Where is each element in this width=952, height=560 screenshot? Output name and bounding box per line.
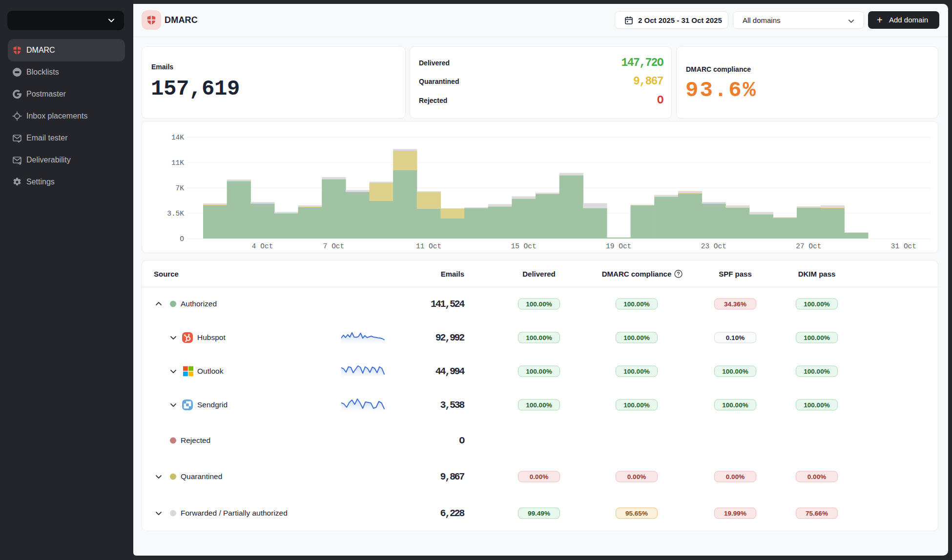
svg-text:19 Oct: 19 Oct (606, 242, 631, 250)
svg-text:11K: 11K (171, 159, 184, 167)
svg-text:7 Oct: 7 Oct (323, 242, 345, 250)
svg-text:3.5K: 3.5K (167, 210, 184, 218)
svg-text:14K: 14K (171, 134, 184, 141)
svg-text:O: O (180, 235, 184, 243)
svg-text:11 Oct: 11 Oct (416, 242, 441, 250)
svg-text:4 Oct: 4 Oct (252, 242, 273, 250)
svg-text:27 Oct: 27 Oct (796, 242, 821, 250)
svg-text:23 Oct: 23 Oct (701, 242, 726, 250)
svg-text:31 Oct: 31 Oct (891, 242, 916, 250)
svg-text:15 Oct: 15 Oct (511, 242, 536, 250)
svg-text:7K: 7K (176, 184, 185, 192)
